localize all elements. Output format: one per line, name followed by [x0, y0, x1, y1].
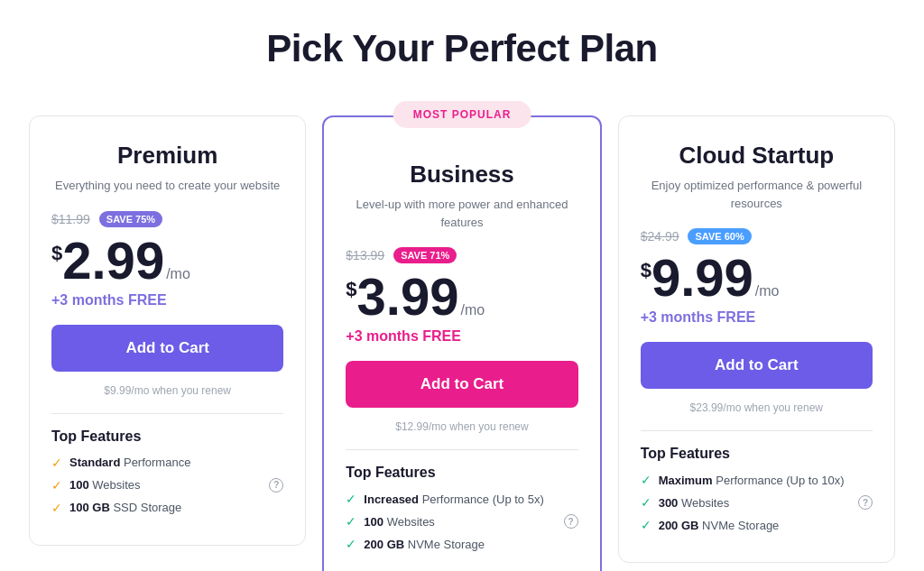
plan-desc-cloud-startup: Enjoy optimized performance & powerful r… [641, 177, 873, 212]
check-icon: ✓ [51, 478, 62, 493]
check-icon: ✓ [51, 501, 62, 515]
price-amount-cloud-startup: 9.99 [651, 252, 753, 304]
help-icon-premium-1[interactable]: ? [269, 478, 283, 493]
save-badge-premium: SAVE 75% [99, 211, 162, 227]
feature-item-business-1: ✓ 100 Websites ? [346, 514, 578, 529]
check-icon: ✓ [51, 456, 62, 470]
plans-container: PremiumEverything you need to create you… [29, 115, 895, 571]
price-dollar-business: $ [346, 278, 356, 301]
price-period-cloud-startup: /mo [755, 283, 780, 299]
renew-text-business: $12.99/mo when you renew [346, 420, 578, 433]
renew-text-premium: $9.99/mo when you renew [51, 384, 283, 397]
price-main-premium: $ 2.99 /mo [51, 235, 283, 287]
feature-text-business-2: 200 GB NVMe Storage [364, 538, 485, 551]
feature-item-cloud-startup-1: ✓ 300 Websites ? [641, 495, 873, 510]
plan-name-business: Business [346, 161, 578, 189]
save-badge-business: SAVE 71% [393, 247, 457, 263]
page-title: Pick Your Perfect Plan [266, 27, 657, 70]
check-icon: ✓ [641, 495, 651, 510]
check-icon: ✓ [346, 537, 356, 551]
divider-premium [51, 413, 283, 414]
price-main-cloud-startup: $ 9.99 /mo [641, 252, 873, 304]
plan-desc-business: Level-up with more power and enhanced fe… [346, 196, 578, 231]
divider-cloud-startup [641, 430, 873, 431]
feature-text-premium-0: Standard Performance [69, 456, 190, 469]
features-title-cloud-startup: Top Features [641, 446, 873, 462]
feature-item-premium-0: ✓ Standard Performance [51, 456, 283, 470]
feature-item-business-0: ✓ Increased Performance (Up to 5x) [346, 492, 578, 506]
check-icon: ✓ [346, 492, 356, 506]
check-icon: ✓ [346, 514, 356, 529]
features-title-premium: Top Features [51, 428, 283, 445]
plan-card-business: MOST POPULARBusinessLevel-up with more p… [322, 115, 601, 571]
feature-text-business-1: 100 Websites [364, 515, 435, 529]
price-dollar-cloud-startup: $ [641, 259, 651, 282]
original-price-business: $13.99 [346, 248, 384, 262]
most-popular-badge: MOST POPULAR [393, 101, 531, 128]
feature-text-premium-1: 100 Websites [69, 478, 141, 492]
feature-text-cloud-startup-0: Maximum Performance (Up to 10x) [659, 474, 845, 487]
original-price-cloud-startup: $24.99 [641, 229, 679, 244]
feature-item-premium-1: ✓ 100 Websites ? [51, 478, 283, 493]
add-to-cart-button-business[interactable]: Add to Cart [346, 361, 578, 408]
pricing-row-premium: $11.99 SAVE 75% [51, 211, 283, 227]
price-period-premium: /mo [166, 266, 190, 282]
free-months-business: +3 months FREE [346, 328, 578, 345]
feature-text-premium-2: 100 GB SSD Storage [69, 501, 181, 514]
check-icon: ✓ [641, 473, 651, 487]
plan-name-premium: Premium [51, 142, 283, 170]
pricing-row-business: $13.99 SAVE 71% [346, 247, 578, 263]
price-amount-business: 3.99 [357, 271, 459, 323]
free-months-premium: +3 months FREE [51, 292, 283, 309]
price-period-business: /mo [460, 302, 485, 318]
divider-business [346, 449, 578, 450]
renew-text-cloud-startup: $23.99/mo when you renew [641, 401, 873, 414]
features-title-business: Top Features [346, 465, 578, 481]
check-icon: ✓ [641, 518, 651, 532]
save-badge-cloud-startup: SAVE 60% [688, 228, 751, 244]
feature-item-cloud-startup-2: ✓ 200 GB NVMe Storage [641, 518, 873, 532]
feature-text-cloud-startup-1: 300 Websites [659, 496, 730, 510]
help-icon-cloud-startup-1[interactable]: ? [858, 495, 873, 510]
feature-item-cloud-startup-0: ✓ Maximum Performance (Up to 10x) [641, 473, 873, 487]
plan-card-premium: PremiumEverything you need to create you… [29, 115, 306, 546]
plan-name-cloud-startup: Cloud Startup [641, 142, 873, 170]
feature-text-business-0: Increased Performance (Up to 5x) [364, 493, 543, 506]
original-price-premium: $11.99 [51, 212, 90, 226]
price-amount-premium: 2.99 [62, 235, 164, 287]
add-to-cart-button-premium[interactable]: Add to Cart [51, 325, 283, 372]
price-main-business: $ 3.99 /mo [346, 271, 578, 323]
add-to-cart-button-cloud-startup[interactable]: Add to Cart [641, 342, 873, 389]
feature-text-cloud-startup-2: 200 GB NVMe Storage [659, 519, 780, 532]
price-dollar-premium: $ [51, 242, 62, 265]
feature-item-premium-2: ✓ 100 GB SSD Storage [51, 501, 283, 515]
help-icon-business-1[interactable]: ? [564, 514, 578, 529]
feature-item-business-2: ✓ 200 GB NVMe Storage [346, 537, 578, 551]
plan-desc-premium: Everything you need to create your websi… [51, 177, 283, 195]
free-months-cloud-startup: +3 months FREE [641, 309, 873, 326]
pricing-row-cloud-startup: $24.99 SAVE 60% [641, 228, 873, 244]
plan-card-cloud-startup: Cloud StartupEnjoy optimized performance… [618, 115, 895, 563]
